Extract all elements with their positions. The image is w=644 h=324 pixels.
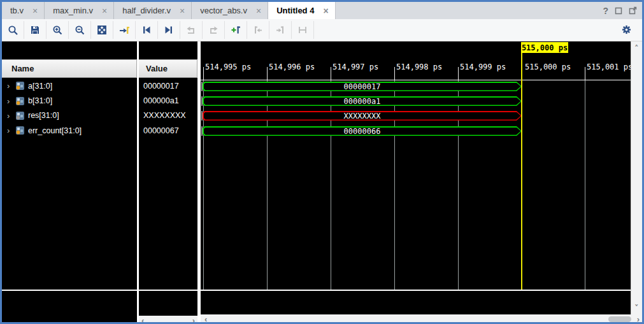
waveform-window: tb.v × max_min.v × half_divider.v × vect… bbox=[0, 0, 644, 324]
bus-signal-icon bbox=[16, 126, 24, 135]
ruler-tick bbox=[585, 67, 585, 80]
scrollbar-thumb[interactable] bbox=[608, 316, 631, 322]
bus-signal-icon bbox=[16, 82, 24, 90]
tab-untitled-4[interactable]: Untitled 4 × bbox=[268, 2, 335, 19]
waveform-canvas[interactable]: 514,995 ps 514,996 ps 514,997 ps 514,998… bbox=[201, 41, 631, 315]
bus-signal-icon bbox=[16, 112, 24, 120]
time-cursor-flag[interactable]: 515,000 ps bbox=[521, 42, 568, 53]
time-gridline bbox=[585, 80, 585, 290]
scroll-left-icon[interactable]: ‹ bbox=[141, 316, 144, 324]
ruler-tick-label: 514,999 ps bbox=[460, 63, 506, 71]
ruler-baseline bbox=[201, 80, 631, 80]
ruler-tick-label: 515,001 ps bbox=[587, 63, 631, 71]
signal-row-err-count[interactable]: › err_count[31:0] bbox=[2, 123, 137, 138]
name-column-header[interactable]: Name bbox=[2, 59, 137, 78]
float-window-icon[interactable] bbox=[629, 6, 637, 15]
signal-row-b[interactable]: › b[31:0] bbox=[2, 93, 137, 108]
value-row-a[interactable]: 00000017 bbox=[139, 78, 197, 93]
bus-signal-icon bbox=[16, 97, 24, 105]
tab-half-divider.v[interactable]: half_divider.v × bbox=[114, 2, 192, 19]
wave-bus-value: 000000a1 bbox=[203, 96, 522, 106]
tab-label: Untitled 4 bbox=[276, 6, 314, 15]
settings-gear-icon[interactable] bbox=[618, 21, 634, 38]
tab-bar: tb.v × max_min.v × half_divider.v × vect… bbox=[2, 2, 642, 19]
value-row-res[interactable]: XXXXXXXX bbox=[139, 108, 197, 123]
close-icon[interactable]: × bbox=[32, 6, 38, 15]
tab-tb.v[interactable]: tb.v × bbox=[2, 2, 45, 19]
save-icon[interactable] bbox=[24, 21, 47, 39]
time-cursor-line[interactable] bbox=[521, 53, 522, 290]
signal-name: err_count[31:0] bbox=[28, 126, 82, 135]
ruler-tick-label: 514,996 ps bbox=[269, 63, 315, 71]
close-icon[interactable]: × bbox=[102, 6, 107, 15]
maximize-icon[interactable] bbox=[615, 7, 622, 15]
signal-value: 00000017 bbox=[139, 82, 179, 91]
scroll-right-icon[interactable]: › bbox=[637, 314, 640, 324]
signal-row-a[interactable]: › a[31:0] bbox=[2, 78, 137, 93]
ruler-tick bbox=[203, 67, 204, 80]
ruler-tick bbox=[267, 67, 268, 80]
zoom-in-icon[interactable] bbox=[47, 21, 69, 39]
signal-name: a[31:0] bbox=[28, 82, 52, 91]
find-icon[interactable] bbox=[2, 21, 24, 39]
close-icon[interactable]: × bbox=[256, 6, 261, 15]
tab-max-min.v[interactable]: max_min.v × bbox=[45, 2, 114, 19]
wave-horizontal-scrollbar[interactable]: ‹ › bbox=[201, 314, 642, 324]
value-horizontal-scrollbar[interactable]: ‹ › bbox=[139, 316, 197, 324]
tab-vector-abs.v[interactable]: vector_abs.v × bbox=[192, 2, 268, 19]
tab-label: half_divider.v bbox=[122, 6, 171, 15]
wave-bus-err-count: 00000066 bbox=[203, 126, 522, 136]
signal-name-panel: Name › a[31:0] › b[31:0] › res[31:0] › e… bbox=[2, 41, 137, 324]
wave-continuation-tick bbox=[201, 82, 203, 91]
wave-bottom-divider bbox=[201, 290, 631, 291]
signal-value: 00000067 bbox=[139, 126, 179, 135]
wave-bus-value: 00000066 bbox=[203, 126, 522, 136]
signal-row-res[interactable]: › res[31:0] bbox=[2, 108, 137, 123]
previous-transition-icon[interactable] bbox=[136, 21, 158, 39]
tab-label: max_min.v bbox=[53, 6, 93, 15]
zoom-to-cursor-icon[interactable] bbox=[113, 21, 136, 39]
expand-chevron-icon[interactable]: › bbox=[7, 126, 16, 135]
scroll-down-icon[interactable]: ˅ bbox=[634, 304, 639, 312]
value-column-header[interactable]: Value bbox=[139, 59, 197, 78]
signal-value-panel: Value 00000017 000000a1 XXXXXXXX 0000006… bbox=[139, 41, 197, 324]
value-row-err-count[interactable]: 00000067 bbox=[139, 123, 197, 138]
swap-cursors-icon bbox=[292, 21, 314, 39]
expand-chevron-icon[interactable]: › bbox=[7, 96, 16, 106]
ruler-tick-label: 514,995 ps bbox=[205, 63, 251, 71]
ruler-tick bbox=[458, 67, 459, 80]
wave-bus-value: XXXXXXXX bbox=[203, 111, 522, 121]
signal-value: 000000a1 bbox=[139, 96, 179, 105]
wave-bus-res: XXXXXXXX bbox=[203, 111, 522, 121]
scroll-right-icon[interactable]: › bbox=[192, 316, 195, 324]
expand-chevron-icon[interactable]: › bbox=[7, 111, 16, 121]
wave-continuation-tick bbox=[201, 126, 203, 136]
forward-icon bbox=[203, 21, 225, 39]
window-controls: ? bbox=[603, 2, 637, 19]
wave-continuation-tick bbox=[201, 96, 203, 106]
next-transition-icon[interactable] bbox=[158, 21, 180, 39]
zoom-fit-icon[interactable] bbox=[91, 21, 113, 39]
tab-label: vector_abs.v bbox=[200, 6, 247, 15]
expand-chevron-icon[interactable]: › bbox=[7, 81, 16, 91]
toolbar bbox=[2, 19, 642, 41]
signal-value-rows: 00000017 000000a1 XXXXXXXX 00000067 bbox=[139, 78, 197, 138]
scroll-left-icon[interactable]: ‹ bbox=[204, 314, 207, 324]
value-row-b[interactable]: 000000a1 bbox=[139, 93, 197, 108]
zoom-out-icon[interactable] bbox=[69, 21, 91, 39]
scroll-up-icon[interactable]: ˄ bbox=[634, 44, 639, 52]
back-icon bbox=[180, 21, 203, 39]
close-icon[interactable]: × bbox=[180, 6, 185, 15]
signal-name: b[31:0] bbox=[28, 96, 52, 105]
close-icon[interactable]: × bbox=[323, 6, 328, 15]
wave-bus-a: 00000017 bbox=[203, 82, 522, 91]
wave-bus-value: 00000017 bbox=[203, 82, 522, 91]
help-icon[interactable]: ? bbox=[603, 6, 608, 16]
add-marker-icon[interactable] bbox=[225, 21, 247, 39]
next-marker-icon bbox=[269, 21, 292, 39]
ruler-tick-label: 514,997 ps bbox=[333, 63, 378, 71]
wave-bus-b: 000000a1 bbox=[203, 96, 522, 106]
vertical-scrollbar[interactable]: ˄ ˅ bbox=[631, 41, 642, 314]
panel-bottom-divider bbox=[2, 290, 137, 291]
ruler-tick bbox=[394, 67, 395, 80]
